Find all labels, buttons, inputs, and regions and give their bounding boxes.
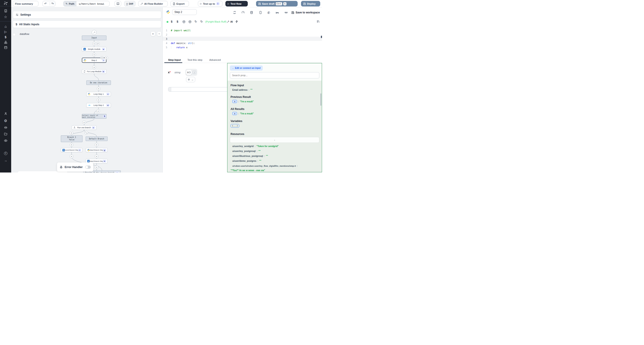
insert-step-plus-icon[interactable]: + [95,143,98,147]
settings-gear-icon[interactable]: ⚙ [0,118,11,123]
resource-row[interactable]: u/user/my_postgresql : "" [232,150,260,152]
user-person-icon[interactable] [0,111,11,116]
node-second-branch-step-1[interactable]: TS Second Branch Step 1 f [61,148,82,152]
diff-button[interactable]: ± Diff [124,1,136,6]
variables-object-badge[interactable]: {...} [230,124,239,128]
flow-summary-button[interactable]: Flow summary [13,1,38,6]
early-stop-gauge-icon[interactable] [242,11,245,14]
remove-branch-x-icon[interactable]: × [70,131,73,135]
insert-step-plus-icon[interactable]: + [82,120,86,124]
insert-step-plus-icon[interactable]: + [97,87,100,90]
flow-canvas[interactable]: Settings $ All Static Inputs dataflow + … [11,7,163,172]
help-icon[interactable]: ? [0,151,11,156]
save-draft-button[interactable]: Save draft Ctrl S [256,1,298,6]
tab-advanced[interactable]: Advanced [209,58,221,63]
connect-input-button[interactable]: → [186,77,195,82]
arg-value-input[interactable] [168,87,228,92]
resource-row[interactable]: u/ruben-user/u/ruben-user/my_flow_2/g/al… [232,165,298,167]
node-branch-1[interactable]: Branch 1 `false` [61,135,82,142]
prop-row-email[interactable]: Email address : "" [232,89,252,91]
insert-step-plus-icon[interactable]: + [95,155,98,158]
path-edit-button[interactable]: ✎ Path [64,1,76,6]
save-to-workspace-button[interactable]: Save to workspace [291,10,320,15]
add-branch-icon[interactable] [84,131,88,134]
insert-step-plus-icon[interactable]: + [70,155,73,158]
insert-step-plus-icon[interactable]: + [92,65,96,69]
search-prop-input[interactable] [230,72,319,78]
test-up-to-button[interactable]: ▷ Test up to i [198,1,222,6]
prop-row-all-a[interactable]: a : "I'm a result" [232,112,254,115]
package-box-icon[interactable] [188,20,192,23]
redo-icon[interactable]: ↷ [50,2,55,5]
ai-wand-node-icon[interactable] [92,30,96,35]
dollar-icon[interactable]: $ [171,20,172,23]
ai-flow-builder-button[interactable]: AI Flow Builder [138,1,168,6]
node-default-branch[interactable]: Default Branch [86,136,108,141]
insert-step-plus-icon[interactable]: + [70,143,73,147]
path-input[interactable] [78,2,109,5]
node-simple-module[interactable]: TS Simple module a [82,47,106,51]
step-name-input[interactable] [172,9,197,15]
template-expr-button[interactable]: ${} [186,69,192,75]
node-do-one-iteration[interactable]: Do one iteration [86,80,111,85]
node-for-loop-module[interactable]: For Loop Module b [82,69,106,74]
workspace-building-icon[interactable] [0,8,11,13]
ai-gen-button[interactable]: AI [227,20,233,23]
favorites-star-icon[interactable]: ☆ [0,14,11,19]
node-default-branch-step-1[interactable]: Default Branch Step 1 g [86,148,108,152]
node-run-one-branch[interactable]: Run one branch e [72,125,96,130]
resources-filter-box[interactable]: - [230,137,319,143]
refresh-icon[interactable]: ↻ [194,20,197,23]
resource-value-row[interactable]: "**foo** #e we w wewe - ewe ew" [230,169,265,172]
call-phone-icon[interactable]: ✆ [268,11,270,14]
deploy-button[interactable]: Deploy [301,1,320,6]
code-editor[interactable]: 1# import wmill 2 3 4def main(x: str): 5… [163,28,322,58]
move-step-icon[interactable] [100,56,104,60]
refresh-icon[interactable]: ↻ [200,20,203,23]
docs-book-icon[interactable] [114,1,121,6]
windmill-logo-icon[interactable] [0,1,11,5]
node-input[interactable]: Input [82,35,106,40]
insert-step-plus-icon[interactable]: + [96,109,100,113]
voicemail-icon[interactable] [284,11,288,14]
prop-row-prev-a[interactable]: a : "I'm a result" [232,100,254,103]
folders-icon[interactable] [0,131,11,136]
javascript-fn-button[interactable]: ƒ [193,71,196,74]
test-flow-button[interactable]: ▷ Test flow [226,1,248,6]
undo-icon[interactable]: ↶ [43,2,48,5]
expand-arrow-icon[interactable]: → [0,158,11,163]
sleep-bed-icon[interactable] [276,11,279,14]
resource-row[interactable]: u/user/illustrious_postgresql : "" [232,155,268,157]
result-key-badge[interactable]: a [232,112,237,115]
back-edit-connect-button[interactable]: ← Edit or connect an input [230,65,263,71]
schedules-calendar-icon[interactable] [0,45,11,50]
result-key-badge[interactable]: a [232,100,237,103]
insert-step-plus-icon[interactable]: + [92,42,96,45]
resource-row[interactable]: u/user/my_sendgrid : "Token for sendgrid… [232,145,278,147]
runs-play-icon[interactable]: ▷ [0,29,11,34]
bolt-icon[interactable] [235,20,238,23]
resource-row[interactable]: u/user/demo_postgres : "" [232,160,262,162]
audit-eye-icon[interactable] [0,138,11,143]
node-collect-result[interactable]: Collect result of each iteration b [82,114,106,119]
node-loop-step-2[interactable]: -GO- Loop Step 2 d [86,103,111,107]
trigger-bolt-icon[interactable] [96,42,100,45]
resources-cubes-icon[interactable] [0,40,11,45]
dollar-icon[interactable]: $ [177,20,178,23]
panel-scrollbar-thumb[interactable] [320,93,321,106]
x-value-field[interactable] [171,87,228,91]
insert-step-plus-icon[interactable]: + [92,53,96,56]
retry-repeat-icon[interactable] [233,11,236,14]
workers-robot-icon[interactable] [0,125,11,130]
mock-square-icon[interactable] [259,11,262,14]
editor-scrollbar-thumb[interactable] [321,36,322,38]
insert-step-plus-icon[interactable]: + [97,98,100,102]
tab-test-this-step[interactable]: Test this step [188,58,202,63]
library-icon[interactable] [317,20,320,23]
export-button[interactable]: Export [170,1,189,6]
package-box-icon[interactable] [182,20,185,23]
node-loop-step-1[interactable]: Loop Step 1 c [86,92,111,96]
delete-step-x-icon[interactable]: × [105,56,108,60]
variables-dollar-icon[interactable]: $ [0,35,11,39]
home-icon[interactable]: ⌂ [0,24,11,29]
